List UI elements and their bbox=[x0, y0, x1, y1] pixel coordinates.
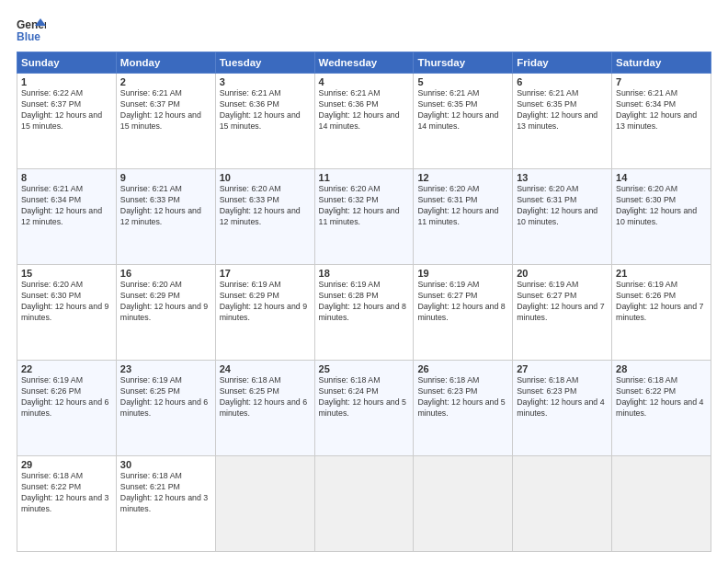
col-monday: Monday bbox=[116, 52, 215, 74]
table-row: 19Sunrise: 6:19 AMSunset: 6:27 PMDayligh… bbox=[414, 265, 513, 361]
table-row: 24Sunrise: 6:18 AMSunset: 6:25 PMDayligh… bbox=[215, 361, 314, 456]
calendar-row: 8Sunrise: 6:21 AMSunset: 6:34 PMDaylight… bbox=[17, 169, 711, 265]
calendar-row: 1Sunrise: 6:22 AMSunset: 6:37 PMDaylight… bbox=[17, 74, 711, 169]
table-row: 25Sunrise: 6:18 AMSunset: 6:24 PMDayligh… bbox=[314, 361, 414, 456]
header: General Blue bbox=[17, 17, 711, 42]
logo-icon: General Blue bbox=[17, 17, 46, 42]
table-row: 28Sunrise: 6:18 AMSunset: 6:22 PMDayligh… bbox=[612, 361, 711, 456]
table-row: 15Sunrise: 6:20 AMSunset: 6:30 PMDayligh… bbox=[17, 265, 117, 361]
table-row: 17Sunrise: 6:19 AMSunset: 6:29 PMDayligh… bbox=[215, 265, 314, 361]
col-thursday: Thursday bbox=[414, 52, 513, 74]
table-row bbox=[314, 456, 414, 552]
table-row: 21Sunrise: 6:19 AMSunset: 6:26 PMDayligh… bbox=[612, 265, 711, 361]
table-row bbox=[414, 456, 513, 552]
table-row: 3Sunrise: 6:21 AMSunset: 6:36 PMDaylight… bbox=[215, 74, 314, 169]
table-row: 9Sunrise: 6:21 AMSunset: 6:33 PMDaylight… bbox=[116, 169, 215, 265]
col-saturday: Saturday bbox=[612, 52, 711, 74]
table-row: 7Sunrise: 6:21 AMSunset: 6:34 PMDaylight… bbox=[612, 74, 711, 169]
table-row: 11Sunrise: 6:20 AMSunset: 6:32 PMDayligh… bbox=[314, 169, 414, 265]
calendar-row: 22Sunrise: 6:19 AMSunset: 6:26 PMDayligh… bbox=[17, 361, 711, 456]
table-row bbox=[612, 456, 711, 552]
table-row: 16Sunrise: 6:20 AMSunset: 6:29 PMDayligh… bbox=[116, 265, 215, 361]
table-row: 5Sunrise: 6:21 AMSunset: 6:35 PMDaylight… bbox=[414, 74, 513, 169]
logo: General Blue bbox=[17, 17, 46, 42]
table-row: 26Sunrise: 6:18 AMSunset: 6:23 PMDayligh… bbox=[414, 361, 513, 456]
table-row: 10Sunrise: 6:20 AMSunset: 6:33 PMDayligh… bbox=[215, 169, 314, 265]
page: General Blue Sunday Monday Tuesday Wedne… bbox=[0, 0, 728, 563]
calendar-row: 15Sunrise: 6:20 AMSunset: 6:30 PMDayligh… bbox=[17, 265, 711, 361]
table-row: 13Sunrise: 6:20 AMSunset: 6:31 PMDayligh… bbox=[513, 169, 612, 265]
table-row: 29Sunrise: 6:18 AMSunset: 6:22 PMDayligh… bbox=[17, 456, 117, 552]
table-row: 18Sunrise: 6:19 AMSunset: 6:28 PMDayligh… bbox=[314, 265, 414, 361]
table-row: 12Sunrise: 6:20 AMSunset: 6:31 PMDayligh… bbox=[414, 169, 513, 265]
table-row: 8Sunrise: 6:21 AMSunset: 6:34 PMDaylight… bbox=[17, 169, 117, 265]
col-tuesday: Tuesday bbox=[215, 52, 314, 74]
table-row: 30Sunrise: 6:18 AMSunset: 6:21 PMDayligh… bbox=[116, 456, 215, 552]
table-row: 6Sunrise: 6:21 AMSunset: 6:35 PMDaylight… bbox=[513, 74, 612, 169]
table-row bbox=[215, 456, 314, 552]
table-row bbox=[513, 456, 612, 552]
table-row: 27Sunrise: 6:18 AMSunset: 6:23 PMDayligh… bbox=[513, 361, 612, 456]
svg-text:Blue: Blue bbox=[17, 30, 40, 42]
table-row: 23Sunrise: 6:19 AMSunset: 6:25 PMDayligh… bbox=[116, 361, 215, 456]
table-row: 22Sunrise: 6:19 AMSunset: 6:26 PMDayligh… bbox=[17, 361, 117, 456]
col-sunday: Sunday bbox=[17, 52, 117, 74]
table-row: 1Sunrise: 6:22 AMSunset: 6:37 PMDaylight… bbox=[17, 74, 117, 169]
table-row: 2Sunrise: 6:21 AMSunset: 6:37 PMDaylight… bbox=[116, 74, 215, 169]
table-row: 20Sunrise: 6:19 AMSunset: 6:27 PMDayligh… bbox=[513, 265, 612, 361]
col-wednesday: Wednesday bbox=[314, 52, 414, 74]
col-friday: Friday bbox=[513, 52, 612, 74]
table-row: 14Sunrise: 6:20 AMSunset: 6:30 PMDayligh… bbox=[612, 169, 711, 265]
calendar-row: 29Sunrise: 6:18 AMSunset: 6:22 PMDayligh… bbox=[17, 456, 711, 552]
calendar-table: Sunday Monday Tuesday Wednesday Thursday… bbox=[17, 52, 711, 552]
calendar-header-row: Sunday Monday Tuesday Wednesday Thursday… bbox=[17, 52, 711, 74]
table-row: 4Sunrise: 6:21 AMSunset: 6:36 PMDaylight… bbox=[314, 74, 414, 169]
